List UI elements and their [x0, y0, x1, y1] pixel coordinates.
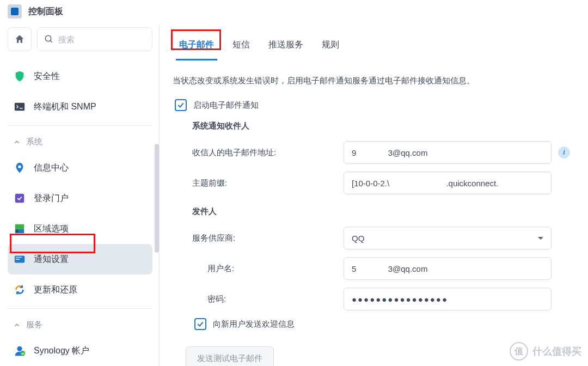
recipient-section-header: 系统通知收件人	[192, 121, 571, 131]
svg-line-1	[50, 40, 52, 42]
sidebar-item-label: 安全性	[34, 71, 60, 82]
checkbox-checked-icon	[175, 99, 187, 111]
sidebar-item-terminal[interactable]: 终端机和 SNMP	[8, 91, 152, 122]
prefix-label: 主题前缀:	[192, 178, 344, 188]
svg-point-7	[17, 346, 22, 351]
sidebar-section-services[interactable]: 服务	[8, 312, 152, 335]
update-icon	[13, 283, 26, 296]
globe-icon	[13, 222, 26, 235]
description-text: 当状态改变或系统发生错误时，启用电子邮件通知服务通过电子邮件接收通知信息。	[173, 74, 571, 87]
chevron-up-icon	[13, 138, 21, 146]
sidebar-item-synology-account[interactable]: Synology 帐户	[8, 335, 152, 366]
svg-rect-4	[15, 194, 24, 203]
watermark-icon: 值	[510, 342, 528, 361]
shield-icon	[13, 70, 26, 83]
search-input[interactable]	[58, 35, 145, 44]
tab-rules[interactable]: 规则	[318, 36, 342, 60]
title-bar: 控制面板	[0, 0, 588, 24]
recipient-label: 收信人的电子邮件地址:	[192, 148, 344, 158]
svg-point-3	[18, 165, 21, 168]
window-title: 控制面板	[28, 6, 63, 17]
provider-label: 服务供应商:	[192, 233, 344, 243]
sender-section-header: 发件人	[192, 206, 571, 217]
sidebar-section-system[interactable]: 系统	[8, 129, 152, 152]
sidebar: 安全性 终端机和 SNMP 系统 信息中心 登录门户 区域选项 通知设置	[0, 24, 159, 366]
sidebar-item-info-center[interactable]: 信息中心	[8, 152, 152, 183]
search-box[interactable]	[37, 27, 152, 51]
home-icon	[14, 34, 25, 45]
sidebar-item-label: 终端机和 SNMP	[34, 101, 96, 113]
checkbox-label: 向新用户发送欢迎信息	[213, 319, 295, 330]
svg-point-0	[45, 35, 51, 41]
sidebar-item-login-portal[interactable]: 登录门户	[8, 183, 152, 213]
sidebar-item-regional[interactable]: 区域选项	[8, 213, 152, 244]
tab-push[interactable]: 推送服务	[265, 36, 307, 60]
notification-icon	[13, 253, 26, 266]
divider	[8, 308, 152, 309]
welcome-checkbox-row[interactable]: 向新用户发送欢迎信息	[173, 318, 571, 330]
tab-email[interactable]: 电子邮件	[176, 36, 217, 60]
svg-rect-2	[15, 103, 24, 111]
watermark: 值 什么值得买	[510, 342, 581, 361]
terminal-icon	[13, 100, 26, 113]
home-button[interactable]	[8, 27, 32, 51]
content-pane: 电子邮件 短信 推送服务 规则 当状态改变或系统发生错误时，启用电子邮件通知服务…	[159, 24, 588, 366]
info-icon[interactable]: i	[558, 147, 570, 158]
sidebar-item-label: 区域选项	[34, 223, 69, 235]
sidebar-item-label: 登录门户	[34, 193, 69, 204]
send-test-email-button[interactable]: 发送测试电子邮件	[186, 346, 274, 366]
prefix-input[interactable]	[344, 172, 552, 194]
svg-point-5	[16, 230, 19, 233]
sidebar-item-label: Synology 帐户	[34, 345, 89, 357]
info-icon	[13, 161, 26, 174]
sidebar-item-label: 信息中心	[34, 162, 69, 174]
scrollbar-thumb[interactable]	[155, 144, 159, 253]
checkbox-checked-icon	[194, 318, 206, 330]
tab-bar: 电子邮件 短信 推送服务 规则	[160, 24, 571, 61]
enable-email-checkbox-row[interactable]: 启动电子邮件通知	[173, 99, 571, 111]
control-panel-icon	[8, 4, 22, 19]
username-label: 用户名:	[207, 264, 344, 274]
sidebar-item-notification[interactable]: 通知设置	[8, 244, 152, 274]
checkbox-label: 启动电子邮件通知	[193, 100, 259, 111]
sidebar-item-security[interactable]: 安全性	[8, 61, 152, 91]
svg-point-8	[20, 351, 25, 356]
sidebar-item-update-restore[interactable]: 更新和还原	[8, 274, 152, 305]
password-input[interactable]	[344, 288, 552, 310]
divider	[8, 125, 152, 126]
chevron-up-icon	[13, 321, 21, 329]
sidebar-item-label: 通知设置	[34, 254, 69, 265]
account-icon	[13, 344, 26, 357]
recipient-input[interactable]	[344, 141, 552, 164]
search-icon	[44, 34, 54, 44]
tab-sms[interactable]: 短信	[229, 36, 253, 60]
password-label: 密码:	[207, 294, 344, 304]
portal-icon	[13, 192, 26, 205]
sidebar-item-label: 更新和还原	[34, 284, 77, 296]
username-input[interactable]	[344, 257, 552, 280]
provider-select[interactable]: QQ	[344, 227, 552, 249]
